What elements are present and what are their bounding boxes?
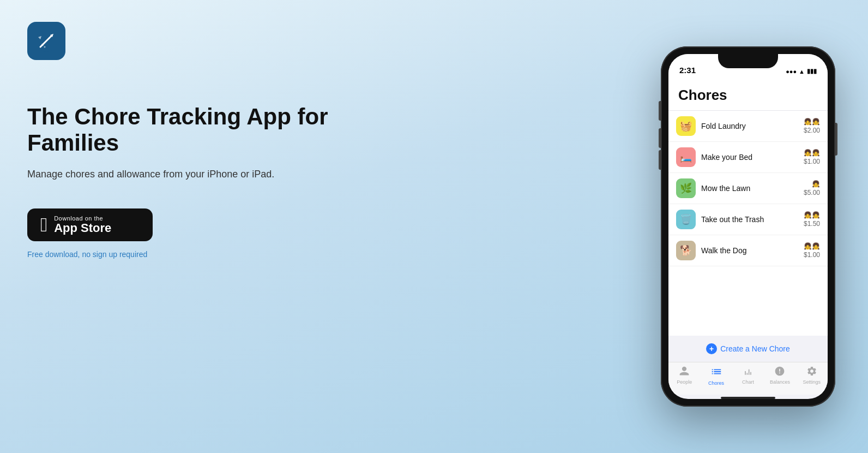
people-tab-label: People bbox=[677, 379, 692, 385]
tab-bar: People Chores Chart Balances Settings bbox=[668, 362, 828, 395]
chore-price: $1.00 bbox=[804, 251, 820, 259]
balances-tab-label: Balances bbox=[770, 379, 790, 385]
svg-point-4 bbox=[49, 38, 50, 39]
chore-item[interactable]: 🐕 Walk the Dog 👧👧 $1.00 bbox=[668, 235, 828, 266]
chore-icon: 🛏️ bbox=[676, 147, 696, 167]
download-on-label: Download on the bbox=[54, 215, 111, 222]
chore-item[interactable]: 🧺 Fold Laundry 👧👧 $2.00 bbox=[668, 111, 828, 142]
app-store-button[interactable]:  Download on the App Store bbox=[27, 208, 153, 241]
settings-tab-label: Settings bbox=[803, 379, 821, 385]
tab-balances[interactable]: Balances bbox=[764, 366, 795, 386]
app-store-label: App Store bbox=[54, 222, 111, 235]
chore-price: $5.00 bbox=[804, 189, 820, 196]
chores-tab-icon bbox=[710, 366, 722, 379]
chore-price: $1.50 bbox=[804, 220, 820, 228]
phone-notch bbox=[718, 54, 778, 68]
screen-header: Chores bbox=[668, 78, 828, 111]
page-subheadline: Manage chores and allowance from your iP… bbox=[27, 168, 354, 181]
svg-point-2 bbox=[41, 44, 44, 46]
chore-name: Take out the Trash bbox=[701, 215, 804, 224]
tab-settings[interactable]: Settings bbox=[796, 366, 828, 386]
create-chore-label: Create a New Chore bbox=[720, 344, 790, 353]
chore-name: Make your Bed bbox=[701, 153, 804, 162]
create-chore-section[interactable]: + Create a New Chore bbox=[668, 336, 828, 362]
status-icons: ●●● ▲ ▮▮▮ bbox=[786, 68, 817, 75]
phone-container: 2:31 ●●● ▲ ▮▮▮ Chores 🧺 Fold Laundry 👧👧 bbox=[661, 11, 835, 442]
chore-avatars: 👧👧 bbox=[804, 149, 820, 157]
status-time: 2:31 bbox=[679, 65, 696, 75]
settings-tab-icon bbox=[806, 366, 817, 378]
phone-mockup: 2:31 ●●● ▲ ▮▮▮ Chores 🧺 Fold Laundry 👧👧 bbox=[661, 46, 835, 407]
chore-right: 👧👧 $1.00 bbox=[804, 149, 820, 165]
page-headline: The Chore Tracking App for Families bbox=[27, 104, 354, 157]
chore-name: Walk the Dog bbox=[701, 246, 804, 255]
chore-price: $2.00 bbox=[804, 127, 820, 134]
chore-right: 👧 $5.00 bbox=[804, 180, 820, 196]
chore-right: 👧👧 $1.50 bbox=[804, 211, 820, 228]
chore-right: 👧👧 $1.00 bbox=[804, 242, 820, 259]
chore-icon: 🗑️ bbox=[676, 210, 696, 229]
apple-icon:  bbox=[40, 215, 47, 235]
signal-icon: ●●● bbox=[786, 68, 797, 75]
tab-chores[interactable]: Chores bbox=[700, 366, 732, 386]
people-tab-icon bbox=[679, 366, 690, 378]
chore-name: Fold Laundry bbox=[701, 122, 804, 130]
app-store-btn-text: Download on the App Store bbox=[54, 215, 111, 235]
tab-people[interactable]: People bbox=[668, 366, 700, 386]
left-section: The Chore Tracking App for Families Mana… bbox=[0, 0, 382, 453]
chore-avatars: 👧 bbox=[812, 180, 820, 188]
chores-list: 🧺 Fold Laundry 👧👧 $2.00 🛏️ Make your Bed… bbox=[668, 111, 828, 336]
svg-point-3 bbox=[44, 46, 46, 48]
tab-chart[interactable]: Chart bbox=[732, 366, 764, 386]
home-indicator bbox=[721, 397, 775, 399]
app-logo bbox=[27, 22, 65, 60]
chore-item[interactable]: 🌿 Mow the Lawn 👧 $5.00 bbox=[668, 173, 828, 204]
chore-item[interactable]: 🛏️ Make your Bed 👧👧 $1.00 bbox=[668, 142, 828, 173]
free-download-text: Free download, no sign up required bbox=[27, 250, 354, 259]
create-chore-plus-icon: + bbox=[706, 343, 717, 354]
chore-avatars: 👧👧 bbox=[804, 242, 820, 250]
battery-icon: ▮▮▮ bbox=[807, 68, 817, 75]
screen-content: Chores 🧺 Fold Laundry 👧👧 $2.00 🛏️ Make y… bbox=[668, 78, 828, 362]
balances-tab-icon bbox=[774, 366, 785, 378]
chore-avatars: 👧👧 bbox=[804, 211, 820, 219]
chore-icon: 🌿 bbox=[676, 178, 696, 198]
chore-item[interactable]: 🗑️ Take out the Trash 👧👧 $1.50 bbox=[668, 204, 828, 235]
chore-name: Mow the Lawn bbox=[701, 184, 804, 193]
chore-icon: 🧺 bbox=[676, 116, 696, 136]
chores-tab-label: Chores bbox=[708, 380, 724, 386]
chore-right: 👧👧 $2.00 bbox=[804, 118, 820, 134]
screen-title: Chores bbox=[678, 87, 727, 103]
chore-price: $1.00 bbox=[804, 158, 820, 165]
wifi-icon: ▲ bbox=[799, 68, 805, 75]
phone-screen: 2:31 ●●● ▲ ▮▮▮ Chores 🧺 Fold Laundry 👧👧 bbox=[668, 54, 828, 399]
chart-tab-label: Chart bbox=[742, 379, 754, 385]
chart-tab-icon bbox=[743, 366, 754, 378]
chore-avatars: 👧👧 bbox=[804, 118, 820, 126]
chore-icon: 🐕 bbox=[676, 241, 696, 260]
